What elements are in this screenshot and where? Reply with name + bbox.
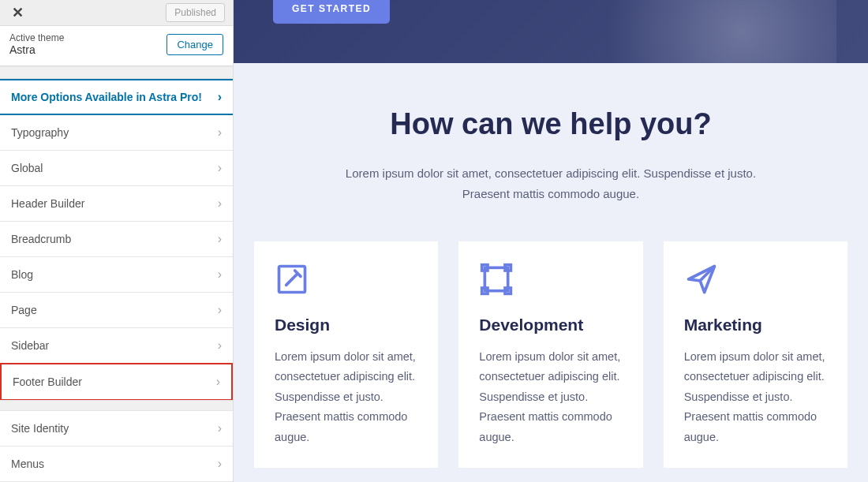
hero-section: GET STARTED	[234, 0, 868, 63]
card-title: Marketing	[684, 316, 827, 334]
nav-global[interactable]: Global ›	[0, 151, 233, 186]
nav-label: Global	[11, 162, 43, 174]
chevron-right-icon: ›	[216, 375, 220, 389]
intro-section: How can we help you? Lorem ipsum dolor s…	[234, 63, 868, 227]
change-theme-button[interactable]: Change	[166, 34, 223, 55]
customizer-sidebar: ✕ Published Active theme Astra Change Mo…	[0, 0, 234, 482]
nav-label: Menus	[11, 458, 44, 470]
nav-label: Header Builder	[11, 197, 84, 210]
nav-menus[interactable]: Menus ›	[0, 447, 233, 482]
paper-plane-icon	[684, 262, 827, 300]
nav-breadcrumb[interactable]: Breadcrumb ›	[0, 222, 233, 257]
nav-blog[interactable]: Blog ›	[0, 257, 233, 293]
card-design: Design Lorem ipsum dolor sit amet, conse…	[254, 241, 438, 468]
pencil-square-icon	[275, 262, 417, 300]
nav-header-builder[interactable]: Header Builder ›	[0, 186, 233, 222]
close-button[interactable]: ✕	[5, 0, 30, 25]
nav-label: Page	[11, 304, 37, 316]
chevron-right-icon: ›	[218, 267, 222, 282]
card-development: Development Lorem ipsum dolor sit amet, …	[458, 241, 642, 468]
chevron-right-icon: ›	[218, 90, 222, 104]
chevron-right-icon: ›	[218, 457, 222, 471]
nav-label: Sidebar	[11, 339, 49, 352]
page-subtitle: Lorem ipsum dolor sit amet, consectetuer…	[330, 163, 772, 204]
publish-button[interactable]: Published	[166, 3, 225, 22]
card-text: Lorem ipsum dolor sit amet, consectetuer…	[275, 347, 417, 447]
active-theme-row: Active theme Astra Change	[0, 26, 233, 66]
nav-page[interactable]: Page ›	[0, 293, 233, 328]
get-started-button[interactable]: GET STARTED	[273, 0, 390, 24]
card-title: Design	[275, 316, 417, 334]
chevron-right-icon: ›	[218, 421, 222, 435]
chevron-right-icon: ›	[218, 125, 222, 140]
card-marketing: Marketing Lorem ipsum dolor sit amet, co…	[664, 241, 847, 468]
card-title: Development	[479, 316, 622, 334]
section-divider	[0, 400, 233, 411]
chevron-right-icon: ›	[218, 303, 222, 317]
nav-label: Footer Builder	[13, 376, 82, 388]
chevron-right-icon: ›	[218, 338, 222, 353]
card-text: Lorem ipsum dolor sit amet, consectetuer…	[684, 347, 827, 447]
sidebar-header: ✕ Published	[0, 0, 233, 26]
section-divider	[0, 66, 233, 79]
active-theme-name: Astra	[9, 43, 64, 56]
nav-label: Breadcrumb	[11, 233, 71, 245]
nav-site-identity[interactable]: Site Identity ›	[0, 411, 233, 447]
chevron-right-icon: ›	[218, 232, 222, 246]
chevron-right-icon: ›	[218, 196, 222, 211]
bounding-box-icon	[479, 262, 622, 300]
page-title: How can we help you?	[265, 107, 836, 141]
preview-panel: GET STARTED How can we help you? Lorem i…	[234, 0, 868, 482]
close-icon: ✕	[12, 4, 24, 21]
nav-typography[interactable]: Typography ›	[0, 115, 233, 151]
theme-info: Active theme Astra	[9, 32, 64, 56]
active-theme-label: Active theme	[9, 32, 64, 43]
astra-pro-promo[interactable]: More Options Available in Astra Pro! ›	[0, 79, 233, 115]
nav-label: Typography	[11, 126, 69, 139]
hero-background-image	[521, 0, 836, 63]
nav-sidebar[interactable]: Sidebar ›	[0, 328, 233, 364]
promo-label: More Options Available in Astra Pro!	[11, 91, 202, 103]
chevron-right-icon: ›	[218, 161, 222, 175]
nav-footer-builder[interactable]: Footer Builder ›	[0, 363, 233, 401]
nav-label: Blog	[11, 268, 33, 281]
nav-label: Site Identity	[11, 422, 69, 435]
services-cards: Design Lorem ipsum dolor sit amet, conse…	[234, 227, 868, 468]
card-text: Lorem ipsum dolor sit amet, consectetuer…	[479, 347, 622, 447]
